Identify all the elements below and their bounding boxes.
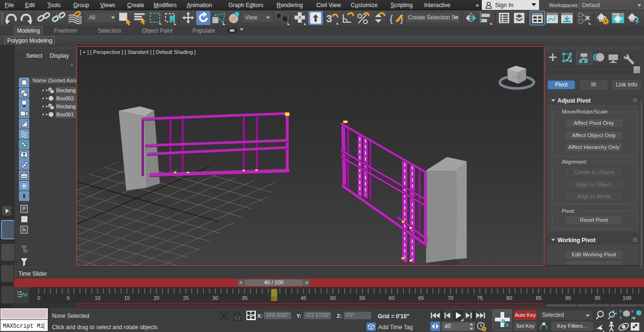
svg-text:65: 65: [418, 295, 424, 301]
svg-text:80: 80: [506, 295, 512, 301]
svg-text:95: 95: [595, 295, 600, 301]
svg-text:All: All: [89, 14, 95, 21]
svg-text:45: 45: [301, 295, 306, 301]
svg-text:15: 15: [124, 295, 130, 301]
svg-text:0: 0: [37, 295, 40, 301]
svg-text:40: 40: [271, 295, 277, 301]
svg-text:85: 85: [536, 295, 541, 301]
svg-text:5: 5: [67, 295, 70, 301]
svg-text:100: 100: [623, 295, 631, 301]
svg-text:30: 30: [212, 295, 218, 301]
svg-text:{: {: [390, 13, 393, 24]
svg-text:10: 10: [95, 295, 100, 301]
svg-text:Create Selection Se: Create Selection Se: [408, 14, 459, 21]
svg-text:75: 75: [477, 295, 483, 301]
svg-text:20: 20: [154, 295, 159, 301]
svg-text:[ + ] [ Perspective ] [ Standa: [ + ] [ Perspective ] [ Standard ] [ Def…: [80, 49, 196, 55]
svg-text:View: View: [245, 14, 257, 21]
svg-text:35: 35: [242, 295, 247, 301]
svg-text:70: 70: [448, 295, 453, 301]
svg-text:50: 50: [330, 295, 336, 301]
svg-text:90: 90: [565, 295, 571, 301]
svg-text:55: 55: [359, 295, 365, 301]
svg-text:3: 3: [326, 13, 332, 25]
svg-text:60: 60: [389, 295, 394, 301]
svg-text:25: 25: [183, 295, 189, 301]
